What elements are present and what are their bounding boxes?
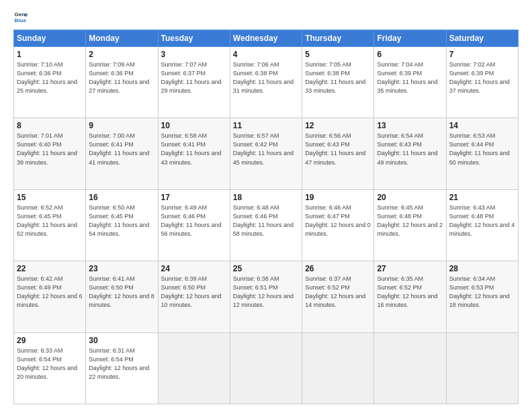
day-info: Sunrise: 7:00 AMSunset: 6:41 PMDaylight:…	[89, 132, 154, 167]
day-number: 30	[89, 336, 154, 345]
day-info: Sunrise: 7:07 AMSunset: 6:37 PMDaylight:…	[161, 60, 227, 95]
calendar-week-2: 8Sunrise: 7:01 AMSunset: 6:40 PMDaylight…	[14, 118, 519, 189]
day-number: 24	[161, 264, 227, 273]
day-info: Sunrise: 6:49 AMSunset: 6:46 PMDaylight:…	[161, 203, 227, 238]
day-info: Sunrise: 6:58 AMSunset: 6:41 PMDaylight:…	[161, 132, 227, 167]
calendar-cell: 12Sunrise: 6:56 AMSunset: 6:43 PMDayligh…	[302, 118, 374, 189]
calendar-cell: 17Sunrise: 6:49 AMSunset: 6:46 PMDayligh…	[158, 189, 230, 261]
day-header-saturday: Saturday	[446, 30, 518, 47]
day-header-thursday: Thursday	[302, 30, 374, 47]
day-number: 22	[17, 264, 83, 273]
day-number: 7	[449, 50, 515, 59]
day-header-sunday: Sunday	[14, 30, 86, 47]
day-number: 13	[377, 121, 443, 130]
calendar-cell: 20Sunrise: 6:45 AMSunset: 6:48 PMDayligh…	[374, 189, 446, 261]
day-info: Sunrise: 6:53 AMSunset: 6:44 PMDaylight:…	[449, 132, 515, 167]
day-number: 4	[233, 50, 299, 59]
calendar-cell: 22Sunrise: 6:42 AMSunset: 6:49 PMDayligh…	[14, 261, 86, 332]
day-number: 14	[449, 121, 515, 130]
day-number: 25	[233, 264, 299, 273]
day-number: 2	[89, 50, 154, 59]
logo-icon: General Blue	[13, 9, 28, 24]
day-number: 10	[161, 121, 227, 130]
calendar-cell: 27Sunrise: 6:35 AMSunset: 6:52 PMDayligh…	[374, 261, 446, 332]
calendar-cell: 16Sunrise: 6:50 AMSunset: 6:45 PMDayligh…	[86, 189, 158, 261]
day-number: 17	[161, 193, 227, 202]
day-header-tuesday: Tuesday	[158, 30, 230, 47]
calendar-cell	[374, 332, 446, 404]
day-number: 6	[377, 50, 443, 59]
day-info: Sunrise: 7:04 AMSunset: 6:39 PMDaylight:…	[377, 60, 443, 95]
page: General Blue SundayMondayTuesdayWednesda…	[0, 0, 532, 411]
day-number: 12	[305, 121, 371, 130]
day-number: 29	[17, 336, 83, 345]
calendar-cell: 3Sunrise: 7:07 AMSunset: 6:37 PMDaylight…	[158, 47, 230, 118]
day-number: 18	[233, 193, 299, 202]
day-number: 5	[305, 50, 371, 59]
calendar-cell: 14Sunrise: 6:53 AMSunset: 6:44 PMDayligh…	[446, 118, 518, 189]
day-number: 16	[89, 193, 154, 202]
days-header-row: SundayMondayTuesdayWednesdayThursdayFrid…	[14, 30, 519, 47]
calendar-cell	[302, 332, 374, 404]
calendar-cell	[158, 332, 230, 404]
day-number: 15	[17, 193, 83, 202]
day-info: Sunrise: 6:42 AMSunset: 6:49 PMDaylight:…	[17, 275, 83, 310]
day-number: 8	[17, 121, 83, 130]
calendar-cell: 2Sunrise: 7:09 AMSunset: 6:36 PMDaylight…	[86, 47, 158, 118]
day-info: Sunrise: 6:48 AMSunset: 6:46 PMDaylight:…	[233, 203, 299, 238]
day-info: Sunrise: 7:10 AMSunset: 6:36 PMDaylight:…	[17, 60, 83, 95]
calendar-cell: 23Sunrise: 6:41 AMSunset: 6:50 PMDayligh…	[86, 261, 158, 332]
day-header-monday: Monday	[86, 30, 158, 47]
calendar-cell: 7Sunrise: 7:02 AMSunset: 6:39 PMDaylight…	[446, 47, 518, 118]
day-info: Sunrise: 6:41 AMSunset: 6:50 PMDaylight:…	[89, 275, 154, 310]
day-number: 21	[449, 193, 515, 202]
calendar-cell: 29Sunrise: 6:33 AMSunset: 6:54 PMDayligh…	[14, 332, 86, 404]
day-info: Sunrise: 6:31 AMSunset: 6:54 PMDaylight:…	[89, 347, 154, 381]
calendar-cell: 24Sunrise: 6:39 AMSunset: 6:50 PMDayligh…	[158, 261, 230, 332]
calendar-cell: 6Sunrise: 7:04 AMSunset: 6:39 PMDaylight…	[374, 47, 446, 118]
svg-text:Blue: Blue	[14, 17, 26, 24]
day-number: 20	[377, 193, 443, 202]
calendar-week-5: 29Sunrise: 6:33 AMSunset: 6:54 PMDayligh…	[14, 332, 519, 404]
calendar-cell: 15Sunrise: 6:52 AMSunset: 6:45 PMDayligh…	[14, 189, 86, 261]
day-info: Sunrise: 6:37 AMSunset: 6:52 PMDaylight:…	[305, 275, 371, 310]
day-number: 11	[233, 121, 299, 130]
day-number: 27	[377, 264, 443, 273]
day-info: Sunrise: 7:05 AMSunset: 6:38 PMDaylight:…	[305, 60, 371, 95]
day-info: Sunrise: 6:38 AMSunset: 6:51 PMDaylight:…	[233, 275, 299, 310]
day-header-friday: Friday	[374, 30, 446, 47]
day-number: 26	[305, 264, 371, 273]
day-info: Sunrise: 6:43 AMSunset: 6:48 PMDaylight:…	[449, 203, 515, 238]
day-info: Sunrise: 6:45 AMSunset: 6:48 PMDaylight:…	[377, 203, 443, 238]
day-info: Sunrise: 6:35 AMSunset: 6:52 PMDaylight:…	[377, 275, 443, 310]
day-header-wednesday: Wednesday	[230, 30, 302, 47]
calendar-cell: 25Sunrise: 6:38 AMSunset: 6:51 PMDayligh…	[230, 261, 302, 332]
day-info: Sunrise: 6:57 AMSunset: 6:42 PMDaylight:…	[233, 132, 299, 167]
calendar-table: SundayMondayTuesdayWednesdayThursdayFrid…	[13, 30, 519, 404]
day-info: Sunrise: 7:01 AMSunset: 6:40 PMDaylight:…	[17, 132, 83, 167]
calendar-cell: 5Sunrise: 7:05 AMSunset: 6:38 PMDaylight…	[302, 47, 374, 118]
logo: General Blue	[13, 11, 28, 24]
day-number: 28	[449, 264, 515, 273]
calendar-cell: 26Sunrise: 6:37 AMSunset: 6:52 PMDayligh…	[302, 261, 374, 332]
calendar-cell: 13Sunrise: 6:54 AMSunset: 6:43 PMDayligh…	[374, 118, 446, 189]
day-number: 23	[89, 264, 154, 273]
calendar-week-4: 22Sunrise: 6:42 AMSunset: 6:49 PMDayligh…	[14, 261, 519, 332]
day-info: Sunrise: 6:52 AMSunset: 6:45 PMDaylight:…	[17, 203, 83, 238]
day-number: 1	[17, 50, 83, 59]
calendar-cell: 4Sunrise: 7:06 AMSunset: 6:38 PMDaylight…	[230, 47, 302, 118]
calendar-cell: 18Sunrise: 6:48 AMSunset: 6:46 PMDayligh…	[230, 189, 302, 261]
day-info: Sunrise: 6:39 AMSunset: 6:50 PMDaylight:…	[161, 275, 227, 310]
calendar-cell	[446, 332, 518, 404]
day-info: Sunrise: 6:46 AMSunset: 6:47 PMDaylight:…	[305, 203, 371, 238]
calendar-cell: 9Sunrise: 7:00 AMSunset: 6:41 PMDaylight…	[86, 118, 158, 189]
day-info: Sunrise: 6:33 AMSunset: 6:54 PMDaylight:…	[17, 347, 83, 381]
day-info: Sunrise: 7:09 AMSunset: 6:36 PMDaylight:…	[89, 60, 154, 95]
day-number: 19	[305, 193, 371, 202]
calendar-cell: 8Sunrise: 7:01 AMSunset: 6:40 PMDaylight…	[14, 118, 86, 189]
calendar-cell: 1Sunrise: 7:10 AMSunset: 6:36 PMDaylight…	[14, 47, 86, 118]
day-info: Sunrise: 7:06 AMSunset: 6:38 PMDaylight:…	[233, 60, 299, 95]
header: General Blue	[13, 11, 519, 24]
calendar-cell: 28Sunrise: 6:34 AMSunset: 6:53 PMDayligh…	[446, 261, 518, 332]
day-info: Sunrise: 6:50 AMSunset: 6:45 PMDaylight:…	[89, 203, 154, 238]
